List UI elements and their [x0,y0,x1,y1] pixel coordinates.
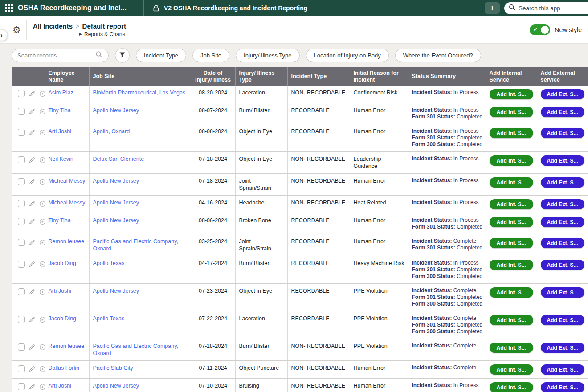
filter-pill[interactable]: Job Site [192,49,229,62]
edit-pencil-icon[interactable] [29,108,35,114]
column-header[interactable]: Incident Type [287,67,350,86]
add-external-service-button[interactable]: Add Ext. S... [541,89,584,99]
view-eye-icon[interactable] [39,316,46,323]
column-header[interactable]: Job Site [89,67,191,86]
add-external-service-button[interactable]: Add Ext. S... [541,343,584,353]
filter-pill[interactable]: Incident Type [136,49,186,62]
column-header[interactable]: Status Summary [408,67,486,86]
edit-pencil-icon[interactable] [29,261,35,267]
row-checkbox[interactable] [18,108,25,115]
edit-pencil-icon[interactable] [29,366,35,372]
add-internal-service-button[interactable]: Add Int. S... [490,199,533,209]
app-title[interactable]: OSHA Recordkeeping and Inci... [18,4,139,12]
employee-name-link[interactable]: Arti Joshi [49,288,71,294]
job-site-link[interactable]: Apollo Texas [93,315,125,322]
column-header[interactable]: Injury/ Illness Type [235,67,287,86]
add-new-button[interactable]: + [485,2,500,14]
job-site-link[interactable]: Delux San Clemente [93,156,144,162]
view-eye-icon[interactable] [39,90,46,97]
edit-pencil-icon[interactable] [29,289,35,295]
app-search-box[interactable] [504,2,588,14]
edit-pencil-icon[interactable] [29,129,35,135]
row-checkbox[interactable] [18,365,25,372]
search-records-input[interactable] [17,52,92,59]
add-internal-service-button[interactable]: Add Int. S... [490,89,533,99]
reports-and-charts-menu[interactable]: ▶ Reports & Charts [79,31,126,37]
row-checkbox[interactable] [18,288,25,295]
row-checkbox[interactable] [18,383,25,390]
employee-name-link[interactable]: Arti Joshi [49,128,71,135]
view-eye-icon[interactable] [39,157,46,163]
add-external-service-button[interactable]: Add Ext. S... [541,155,584,166]
view-eye-icon[interactable] [39,200,46,207]
view-eye-icon[interactable] [39,289,46,295]
employee-name-link[interactable]: Micheal Messy [49,200,86,206]
employee-name-link[interactable]: Remon leusee [49,343,85,349]
add-internal-service-button[interactable]: Add Int. S... [490,155,533,166]
add-external-service-button[interactable]: Add Ext. S... [541,238,584,248]
view-eye-icon[interactable] [39,384,46,390]
add-external-service-button[interactable]: Add Ext. S... [541,382,584,392]
job-site-link[interactable]: Apollo New Jersey [93,217,139,224]
add-internal-service-button[interactable]: Add Int. S... [490,238,533,248]
breadcrumb-all-incidents[interactable]: All Incidents [33,22,73,30]
row-checkbox[interactable] [18,90,25,97]
search-records-box[interactable] [12,49,109,62]
row-checkbox[interactable] [18,218,25,225]
edit-pencil-icon[interactable] [29,179,35,185]
employee-name-link[interactable]: Dallas Forlin [49,365,79,371]
add-external-service-button[interactable]: Add Ext. S... [541,364,584,375]
row-checkbox[interactable] [18,239,25,246]
view-eye-icon[interactable] [39,366,46,372]
column-header[interactable]: Date of Injury/ Illness [191,67,235,86]
row-checkbox[interactable] [18,156,25,163]
add-internal-service-button[interactable]: Add Int. S... [490,128,533,138]
column-header[interactable]: Employee Name [45,67,89,86]
employee-name-link[interactable]: Jacob Ding [49,315,77,322]
add-internal-service-button[interactable]: Add Int. S... [490,364,533,375]
edit-pencil-icon[interactable] [29,157,35,163]
row-checkbox[interactable] [18,343,25,351]
view-eye-icon[interactable] [39,108,46,115]
add-external-service-button[interactable]: Add Ext. S... [541,128,584,138]
job-site-link[interactable]: Apollo New Jersey [93,200,139,206]
employee-name-link[interactable]: Remon leusee [49,238,85,245]
view-eye-icon[interactable] [39,239,46,246]
column-header[interactable]: Add External service [537,67,585,86]
view-eye-icon[interactable] [39,218,46,225]
filter-funnel-button[interactable] [115,48,130,63]
job-site-link[interactable]: BioMartin Pharmaceutical, Las Vegas [93,90,186,96]
row-checkbox[interactable] [18,261,25,268]
add-external-service-button[interactable]: Add Ext. S... [541,199,584,209]
row-checkbox[interactable] [18,129,25,136]
column-header[interactable]: Initial Reason for Incident [350,67,408,86]
apps-grid-icon[interactable] [4,4,13,12]
breadcrumb-current-report[interactable]: Default report [82,22,126,30]
job-site-link[interactable]: Apollo New Jersey [93,383,139,389]
job-site-link[interactable]: Apollo New Jersey [93,288,139,294]
filter-pill[interactable]: Where the Event Occured? [395,49,481,62]
job-site-link[interactable]: Apollo, Oxnard [93,128,130,135]
edit-pencil-icon[interactable] [29,200,35,207]
add-internal-service-button[interactable]: Add Int. S... [490,343,533,353]
edit-pencil-icon[interactable] [29,90,35,97]
row-checkbox[interactable] [18,178,25,185]
add-external-service-button[interactable]: Add Ext. S... [541,260,584,270]
edit-pencil-icon[interactable] [29,384,35,390]
view-eye-icon[interactable] [39,261,46,268]
add-internal-service-button[interactable]: Add Int. S... [490,107,533,117]
job-site-link[interactable]: Apollo New Jersey [93,107,139,114]
edit-pencil-icon[interactable] [29,316,35,323]
employee-name-link[interactable]: Arti Joshi [49,383,71,389]
edit-pencil-icon[interactable] [29,344,35,350]
app-search-input[interactable] [519,5,584,12]
row-checkbox[interactable] [18,200,25,207]
column-header[interactable]: Add Internal Service [486,67,537,86]
settings-gear-icon[interactable]: ⚙ [12,25,21,34]
view-eye-icon[interactable] [39,129,46,136]
add-internal-service-button[interactable]: Add Int. S... [490,287,533,298]
expand-panel-button[interactable]: › [0,29,8,41]
edit-pencil-icon[interactable] [29,239,35,245]
add-external-service-button[interactable]: Add Ext. S... [541,217,584,227]
job-site-link[interactable]: Pacific Slab City [93,365,133,371]
